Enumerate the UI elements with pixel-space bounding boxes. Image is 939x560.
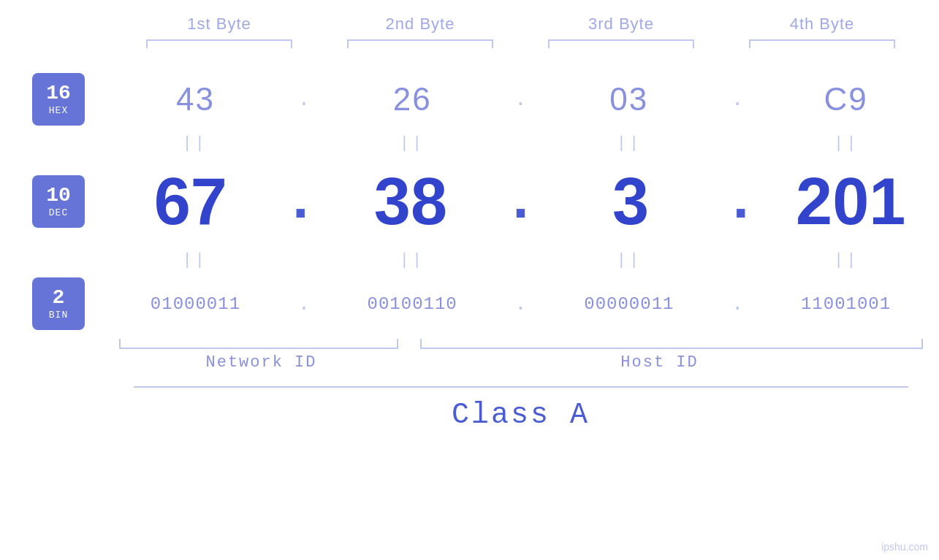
bin-val-2: 00100110 xyxy=(339,294,485,314)
dot-dec-3: . xyxy=(723,169,759,235)
values-grid: 43 . 26 . 03 . C9 || || || || 67 xyxy=(102,70,939,333)
eq-sym-2: || xyxy=(339,134,485,153)
dot-dec-2: . xyxy=(503,169,538,235)
byte3-header: 3rd Byte xyxy=(541,15,702,34)
main-container: 1st Byte 2nd Byte 3rd Byte 4th Byte 16 H… xyxy=(0,0,939,560)
byte-headers: 1st Byte 2nd Byte 3rd Byte 4th Byte xyxy=(119,15,923,34)
labels-line: Network ID Host ID xyxy=(119,353,923,372)
top-bracket-1 xyxy=(146,39,292,48)
class-label: Class A xyxy=(452,399,590,431)
bottom-brackets-labels: Network ID Host ID xyxy=(119,339,923,372)
dec-badge: 10 DEC xyxy=(32,175,85,228)
hex-badge-sub: HEX xyxy=(49,105,68,116)
dec-badge-sub: DEC xyxy=(49,207,68,218)
dot-dec-1: . xyxy=(283,169,318,235)
hex-val-2: 26 xyxy=(339,81,485,118)
eq-row-2: || || || || xyxy=(102,245,939,275)
bin-val-4: 11001001 xyxy=(773,294,919,314)
hex-row: 43 . 26 . 03 . C9 xyxy=(102,70,939,129)
content-area: 16 HEX 10 DEC 2 BIN xyxy=(0,70,939,333)
dec-val-1: 67 xyxy=(118,169,264,234)
top-bracket-3 xyxy=(548,39,694,48)
hex-badge-spacer: 16 HEX xyxy=(32,70,85,129)
bin-badge: 2 BIN xyxy=(32,277,85,330)
dec-val-2: 38 xyxy=(338,169,484,234)
dot-hex-3: . xyxy=(731,88,744,111)
dec-row: 67 . 38 . 3 . 201 xyxy=(102,158,939,245)
hex-badge-num: 16 xyxy=(46,83,71,105)
bin-val-1: 01000011 xyxy=(122,294,268,314)
top-bracket-2 xyxy=(347,39,493,48)
byte4-header: 4th Byte xyxy=(742,15,902,34)
eq-sym-1: || xyxy=(122,134,268,153)
eq-sym-7: || xyxy=(556,251,702,269)
hex-val-4: C9 xyxy=(773,81,919,118)
dec-val-3: 3 xyxy=(558,169,704,234)
eq-sym-8: || xyxy=(773,251,919,269)
dot-hex-2: . xyxy=(514,88,527,111)
dot-bin-1: . xyxy=(297,293,310,315)
dec-badge-num: 10 xyxy=(46,185,71,207)
network-id-label: Network ID xyxy=(119,353,404,372)
network-id-bracket xyxy=(119,339,399,349)
host-id-label: Host ID xyxy=(404,353,916,372)
eq-sym-6: || xyxy=(339,251,485,269)
eq-sym-4: || xyxy=(773,134,919,153)
bin-badge-sub: BIN xyxy=(49,310,68,321)
top-bracket-4 xyxy=(749,39,895,48)
hex-val-1: 43 xyxy=(122,81,268,118)
eq-sym-5: || xyxy=(122,251,268,269)
badges-column: 16 HEX 10 DEC 2 BIN xyxy=(0,70,102,333)
top-brackets xyxy=(119,39,923,48)
bin-badge-spacer: 2 BIN xyxy=(32,275,85,333)
host-id-bracket xyxy=(420,339,922,349)
eq-sym-3: || xyxy=(556,134,702,153)
eq-row-1: || || || || xyxy=(102,129,939,158)
bin-row: 01000011 . 00100110 . 00000011 . 1100100… xyxy=(102,275,939,333)
dec-badge-spacer: 10 DEC xyxy=(32,158,85,245)
dot-bin-2: . xyxy=(514,293,527,315)
hex-badge: 16 HEX xyxy=(32,73,85,126)
bin-badge-num: 2 xyxy=(53,287,65,310)
class-row: Class A xyxy=(134,386,908,431)
brackets-line xyxy=(119,339,923,349)
byte2-header: 2nd Byte xyxy=(340,15,501,34)
byte1-header: 1st Byte xyxy=(139,15,300,34)
dec-val-4: 201 xyxy=(778,169,924,234)
watermark: ipshu.com xyxy=(881,541,928,553)
bin-val-3: 00000011 xyxy=(556,294,702,314)
dot-bin-3: . xyxy=(731,293,744,315)
dot-hex-1: . xyxy=(297,88,310,111)
hex-val-3: 03 xyxy=(556,81,702,118)
